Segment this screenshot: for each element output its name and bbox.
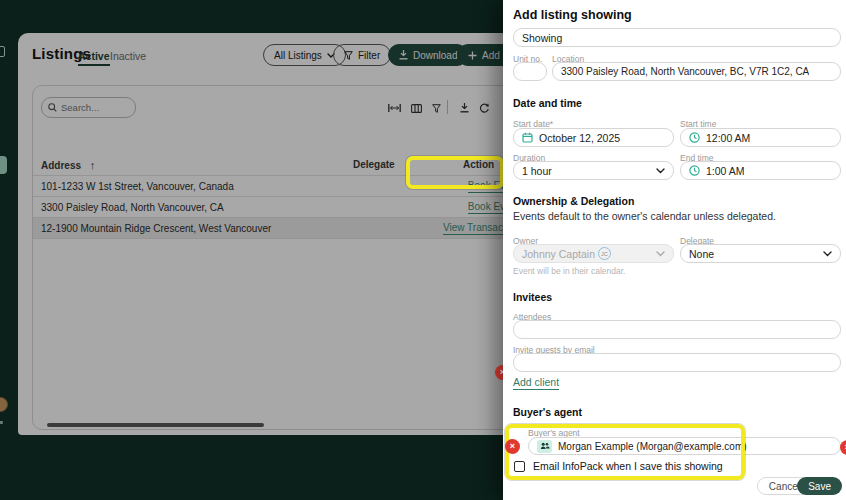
- delegate-select[interactable]: None: [680, 244, 841, 263]
- start-date-field[interactable]: October 12, 2025: [513, 128, 674, 147]
- attendees-field[interactable]: [513, 320, 841, 339]
- chevron-down-icon: [823, 251, 832, 257]
- unit-no-input[interactable]: [522, 66, 538, 78]
- modal-backdrop[interactable]: [0, 0, 503, 500]
- remove-icon-clipped[interactable]: ×: [840, 440, 846, 455]
- duration-select[interactable]: 1 hour: [513, 161, 674, 180]
- section-ownership: Ownership & Delegation: [513, 195, 634, 207]
- invite-email-input[interactable]: [522, 357, 832, 369]
- section-date-time: Date and time: [513, 97, 582, 109]
- clock-icon: [689, 165, 700, 176]
- chevron-down-icon: [656, 251, 665, 257]
- highlight-box-buyers-agent: [505, 424, 745, 480]
- clock-icon: [689, 132, 700, 143]
- end-time-field[interactable]: 1:00 AM: [680, 161, 841, 180]
- attendees-input[interactable]: [522, 324, 832, 336]
- add-client-link[interactable]: Add client: [513, 376, 559, 390]
- chevron-down-icon: [656, 168, 665, 174]
- invite-email-field[interactable]: [513, 353, 841, 372]
- add-listing-showing-modal: Add listing showing Showing Unit no. Loc…: [503, 0, 846, 500]
- remove-buyers-agent-icon[interactable]: ×: [505, 439, 520, 454]
- owner-initials-badge: JC: [598, 247, 611, 260]
- save-button[interactable]: Save: [797, 477, 842, 495]
- showing-type-field[interactable]: Showing: [513, 28, 841, 47]
- location-field[interactable]: 3300 Paisley Road, North Vancouver, BC, …: [552, 62, 841, 81]
- calendar-icon: [522, 132, 533, 143]
- ownership-description: Events default to the owner's calendar u…: [513, 210, 776, 222]
- modal-title: Add listing showing: [513, 8, 632, 22]
- owner-helper-text: Event will be in their calendar.: [513, 266, 625, 276]
- highlight-box-book-event: [406, 156, 504, 189]
- section-invitees: Invitees: [513, 291, 552, 303]
- section-buyers-agent: Buyer's agent: [513, 406, 582, 418]
- start-time-field[interactable]: 12:00 AM: [680, 128, 841, 147]
- unit-no-field[interactable]: [513, 62, 547, 81]
- owner-select: Johnny Captain JC: [513, 244, 674, 263]
